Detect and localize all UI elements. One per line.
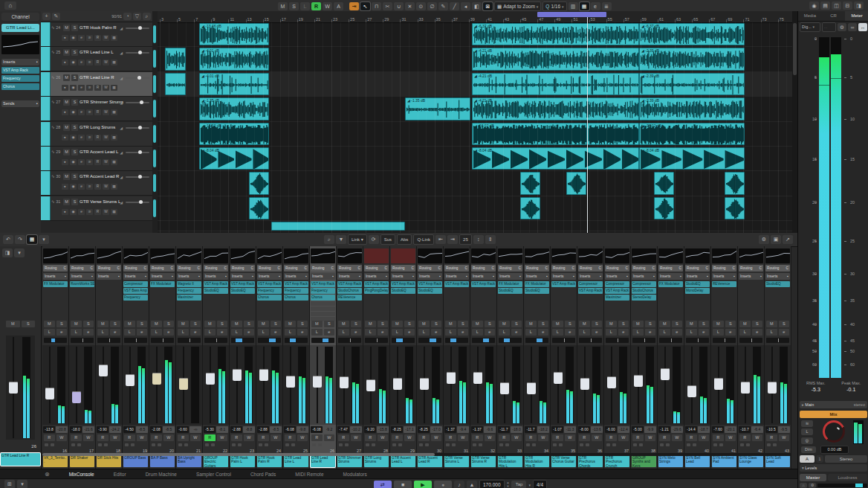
edit-channel-button[interactable]: e: [538, 329, 549, 336]
insert-slot[interactable]: Compressor: [578, 281, 603, 287]
lanes-icon[interactable]: ≣: [602, 2, 612, 10]
insert-slot[interactable]: VST Bass Amp: [123, 288, 148, 294]
track-row[interactable]: ∿ 26MSGTR Lead Line R◢●◉e≋RW▦: [41, 72, 152, 97]
range-selection-tool[interactable]: ⊓: [372, 2, 381, 10]
channel-curve-display[interactable]: [418, 248, 442, 263]
fader-handle[interactable]: [607, 376, 616, 388]
peak-db-value[interactable]: -∞: [190, 426, 201, 433]
write-automation-button[interactable]: W: [137, 434, 148, 441]
channel-strip[interactable]: RoutingCInserts▪MSLe-10.7-6.4RW42SYN Gla…: [738, 246, 765, 469]
peak-db-value[interactable]: -18.2: [537, 426, 549, 433]
solo-button[interactable]: S: [217, 321, 228, 327]
write-automation-button[interactable]: W: [56, 434, 68, 441]
pan-control[interactable]: [579, 338, 602, 343]
monitor-icon[interactable]: [639, 443, 643, 446]
automation-l-button[interactable]: L: [300, 2, 310, 10]
peak-db-value[interactable]: -8.5: [270, 426, 282, 433]
routing-rack-header[interactable]: RoutingC: [444, 265, 469, 272]
insert-slot[interactable]: StudioEQ: [765, 281, 790, 287]
write-automation-icon[interactable]: W: [103, 209, 109, 215]
inserts-rack-header[interactable]: Inserts▪: [177, 273, 201, 280]
solo-button[interactable]: S: [22, 321, 36, 327]
pan-control[interactable]: [552, 338, 575, 343]
channel-curve-display[interactable]: [97, 248, 121, 263]
inserts-rack-header[interactable]: Inserts▪: [685, 273, 710, 280]
read-automation-button[interactable]: R: [552, 434, 563, 441]
channel-name-label[interactable]: SYN Ambient Pad: [712, 455, 736, 467]
edit-channel-icon[interactable]: e: [78, 209, 85, 215]
read-automation-button[interactable]: R: [499, 434, 510, 441]
solo-button[interactable]: S: [699, 321, 710, 327]
listen-button[interactable]: L: [686, 329, 697, 336]
mute-button[interactable]: M: [97, 321, 108, 327]
channel-curve-display[interactable]: [605, 248, 629, 263]
channel-strip[interactable]: RoutingCInserts▪VST Amp RackMSLe-1.07-11…: [551, 246, 577, 469]
inserts-bypass-icon[interactable]: ≋: [86, 159, 93, 165]
insert-slot[interactable]: Frequency: [177, 288, 201, 294]
edit-channel-button[interactable]: e: [137, 329, 148, 336]
insert-slot[interactable]: VST Amp Rack: [471, 281, 496, 287]
solo-button[interactable]: S: [779, 321, 790, 327]
read-automation-button[interactable]: R: [44, 434, 55, 441]
lanes-icon[interactable]: ▦: [111, 135, 117, 141]
channel-curve-display[interactable]: [150, 248, 175, 263]
channel-strip[interactable]: RoutingCInserts▪VST Amp RackStudioEQMSLe…: [417, 246, 444, 469]
inserts-bypass-icon[interactable]: ≋: [86, 135, 93, 141]
suspend-link-button[interactable]: Sus: [380, 234, 395, 245]
channel-curve-display[interactable]: [230, 248, 255, 263]
inspector-insert-slot[interactable]: Frequency: [1, 75, 39, 82]
insert-slot[interactable]: FX Modulator: [498, 281, 522, 287]
channel-curve-display[interactable]: [712, 248, 736, 263]
peak-db-value[interactable]: -20.8: [56, 426, 68, 433]
monitor-icon[interactable]: [398, 443, 402, 446]
channel-curve-display[interactable]: [498, 248, 522, 263]
insert-slot[interactable]: StudioChorus: [632, 288, 656, 294]
right-zone-tab-cr[interactable]: CR: [822, 11, 846, 21]
solo-button[interactable]: S: [511, 321, 522, 327]
mute-button[interactable]: M: [338, 321, 349, 327]
inserts-rack-header[interactable]: Inserts▪: [43, 273, 68, 280]
fader-handle[interactable]: [393, 378, 402, 390]
listen-button[interactable]: L: [365, 329, 376, 336]
read-automation-button[interactable]: R: [151, 434, 162, 441]
write-automation-button[interactable]: W: [163, 434, 175, 441]
read-automation-button[interactable]: R: [204, 434, 216, 441]
read-automation-button[interactable]: R: [392, 434, 403, 441]
solo-button[interactable]: S: [56, 321, 68, 327]
routing-rack-header[interactable]: RoutingC: [418, 265, 442, 272]
channel-curve-display[interactable]: [551, 248, 576, 263]
mute-button[interactable]: M: [392, 321, 403, 327]
color-tool[interactable]: ◧: [472, 2, 482, 10]
fader-handle[interactable]: [152, 373, 161, 385]
track-mute-button[interactable]: M: [63, 25, 70, 31]
peak-db-value[interactable]: -17.0: [430, 426, 442, 433]
insert-slot[interactable]: StudioEQ: [204, 288, 228, 294]
inserts-rack-header[interactable]: Inserts▪: [97, 273, 121, 280]
monitor-icon[interactable]: [452, 443, 456, 446]
track-row[interactable]: ∿ 27MSGTR Shimmer Strums◢●◉e≋RW▦: [41, 97, 152, 121]
track-mute-button[interactable]: M: [63, 149, 70, 155]
record-enable-icon[interactable]: [205, 443, 209, 446]
routing-rack-header[interactable]: RoutingC: [43, 265, 68, 272]
record-enable-icon[interactable]: [232, 443, 236, 446]
write-automation-button[interactable]: W: [431, 434, 442, 441]
channel-curve-display[interactable]: [391, 248, 415, 263]
fader-handle[interactable]: [420, 378, 429, 390]
write-automation-button[interactable]: W: [190, 434, 201, 441]
fader-handle[interactable]: [500, 382, 509, 394]
pan-control[interactable]: [659, 338, 682, 343]
mute-button[interactable]: M: [258, 321, 269, 327]
solo-button[interactable]: S: [110, 321, 121, 327]
monitor-icon[interactable]: ◉: [70, 85, 77, 91]
channel-name-label[interactable]: GROUP Synths and Keys: [632, 455, 656, 467]
playhead-cursor[interactable]: [587, 17, 588, 233]
monitor-icon[interactable]: [265, 443, 268, 446]
timeline-ruler[interactable]: 3579111315171921232527293133353739414345…: [158, 11, 792, 23]
channel-curve-display[interactable]: [364, 248, 389, 263]
listen-button[interactable]: L: [151, 329, 162, 336]
meter-scale-select[interactable]: Dig... ▾: [800, 22, 820, 32]
solo-button[interactable]: S: [83, 321, 94, 327]
track-solo-button[interactable]: S: [71, 149, 78, 155]
track-row[interactable]: ∿ 28MSGTR Long Strums◢●◉e≋RW▦: [41, 122, 152, 147]
insert-slot[interactable]: PingPongDelay: [364, 288, 389, 294]
